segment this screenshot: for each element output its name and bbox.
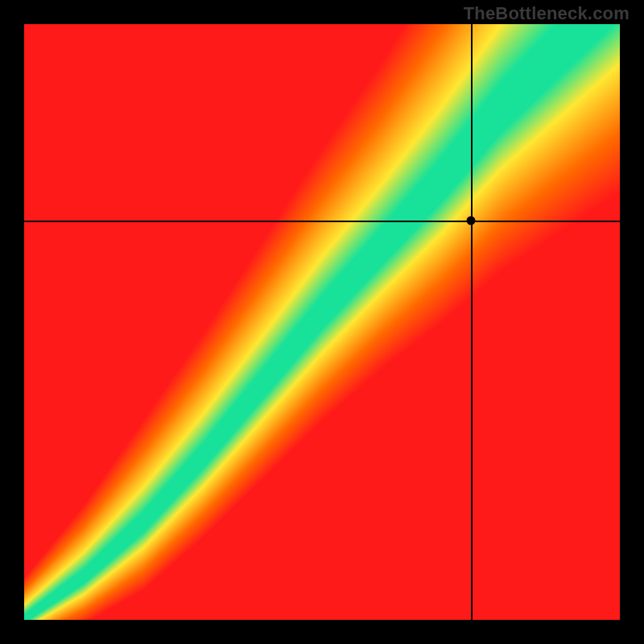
watermark-text: TheBottleneck.com [464, 3, 630, 24]
crosshair-horizontal [24, 221, 620, 222]
crosshair-vertical [471, 24, 473, 620]
chart-frame: TheBottleneck.com [0, 0, 644, 644]
marker-point [467, 217, 476, 225]
heatmap-canvas [24, 24, 620, 620]
heatmap-plot [24, 24, 620, 620]
